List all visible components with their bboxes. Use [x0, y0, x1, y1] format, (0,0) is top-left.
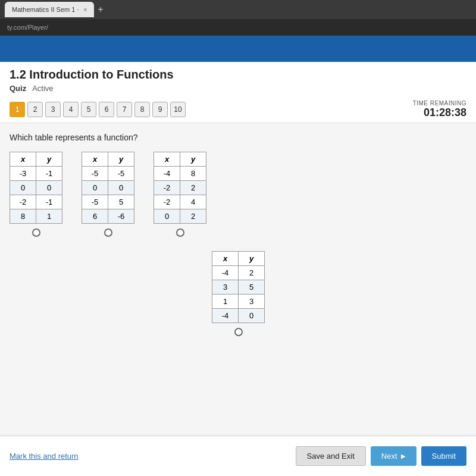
table-row: -22: [154, 181, 206, 195]
mark-return-link[interactable]: Mark this and return: [10, 452, 79, 461]
table-row: 35: [212, 280, 265, 295]
bottom-buttons: Save and Exit Next Submit: [296, 446, 466, 466]
table-cell: 0: [82, 181, 108, 195]
table-cell: 2: [239, 266, 265, 280]
table-radio-4[interactable]: [234, 328, 243, 336]
table-row: -55: [82, 195, 134, 209]
data-table-2: xy-5-500-556-6: [82, 152, 134, 224]
table-cell: 2: [180, 209, 206, 224]
question-num-7[interactable]: 7: [117, 102, 132, 117]
table-header: y: [239, 252, 265, 266]
table-cell: -5: [108, 167, 134, 181]
content-area: Which table represents a function? xy-3-…: [0, 123, 476, 437]
table-row: 00: [82, 181, 134, 195]
data-table-4: xy-423513-40: [212, 251, 265, 323]
table-cell: -2: [154, 195, 180, 209]
table-radio-3[interactable]: [176, 228, 184, 237]
table-header: x: [10, 152, 36, 167]
table-cell: -4: [154, 167, 180, 181]
table-cell: -1: [36, 195, 62, 209]
question-numbers: 12345678910: [10, 102, 186, 117]
table-row: -42: [212, 266, 265, 280]
data-table-3: xy-48-22-2402: [154, 152, 206, 224]
brand-band: [0, 36, 476, 62]
table-radio-2[interactable]: [104, 228, 112, 237]
table-cell: 5: [239, 280, 265, 295]
table-row: -48: [154, 167, 206, 181]
table-header: y: [108, 152, 134, 167]
table-cell: 1: [36, 209, 62, 224]
tables-row-1: xy-3-100-2-181xy-5-500-556-6xy-48-22-240…: [10, 152, 206, 237]
table-cell: 0: [239, 309, 265, 323]
table-option-3: xy-48-22-2402: [154, 152, 206, 237]
address-text: ty.com/Player/: [7, 24, 48, 31]
table-row: 81: [10, 209, 62, 224]
browser-tab[interactable]: Mathematics II Sem 1 · ×: [5, 2, 94, 17]
table-cell: 8: [10, 209, 36, 224]
table-row: 13: [212, 295, 265, 309]
table-cell: 1: [212, 295, 239, 309]
table-cell: -6: [108, 209, 134, 224]
table-cell: -4: [212, 309, 239, 323]
table-row: 02: [154, 209, 206, 224]
table-cell: 6: [82, 209, 108, 224]
question-nav-bar: 12345678910 TIME REMAINING 01:28:38: [0, 96, 476, 123]
table-cell: -2: [154, 181, 180, 195]
question-text: Which table represents a function?: [10, 133, 466, 142]
question-num-9[interactable]: 9: [152, 102, 168, 117]
table-option-4: xy-423513-40: [212, 251, 265, 336]
table-row: -5-5: [82, 167, 134, 181]
table-cell: -3: [10, 167, 36, 181]
table-cell: 0: [154, 209, 180, 224]
tables-row-2: xy-423513-40: [212, 251, 265, 336]
table-row: -40: [212, 309, 265, 323]
table-cell: 0: [108, 181, 134, 195]
question-num-3[interactable]: 3: [45, 102, 61, 117]
table-cell: -5: [82, 195, 108, 209]
table-radio-1[interactable]: [32, 228, 40, 237]
time-remaining-label: TIME REMAINING: [413, 100, 466, 107]
time-remaining-value: 01:28:38: [413, 107, 466, 119]
bottom-bar: Mark this and return Save and Exit Next …: [0, 436, 476, 476]
question-num-1[interactable]: 1: [10, 102, 25, 117]
table-cell: 2: [180, 181, 206, 195]
page-header: 1.2 Introduction to Functions Quiz Activ…: [0, 62, 476, 96]
next-button[interactable]: Next: [371, 446, 416, 466]
table-row: -24: [154, 195, 206, 209]
question-num-10[interactable]: 10: [170, 102, 186, 117]
table-row: 6-6: [82, 209, 134, 224]
tab-title: Mathematics II Sem 1 ·: [12, 6, 79, 13]
table-option-1: xy-3-100-2-181: [10, 152, 62, 237]
table-row: 00: [10, 181, 62, 195]
quiz-label: Quiz: [10, 84, 26, 93]
table-row: -3-1: [10, 167, 62, 181]
question-num-8[interactable]: 8: [134, 102, 150, 117]
table-header: x: [82, 152, 108, 167]
table-cell: -5: [82, 167, 108, 181]
new-tab-button[interactable]: +: [98, 4, 103, 15]
question-num-5[interactable]: 5: [81, 102, 96, 117]
table-cell: 0: [10, 181, 36, 195]
submit-button[interactable]: Submit: [421, 446, 466, 466]
quiz-status: Active: [32, 84, 53, 93]
table-header: y: [36, 152, 62, 167]
table-row: -2-1: [10, 195, 62, 209]
table-cell: 5: [108, 195, 134, 209]
browser-chrome: Mathematics II Sem 1 · × +: [0, 0, 476, 19]
table-cell: 4: [180, 195, 206, 209]
time-remaining-display: TIME REMAINING 01:28:38: [413, 100, 466, 119]
table-cell: -1: [36, 167, 62, 181]
data-table-1: xy-3-100-2-181: [10, 152, 62, 224]
table-cell: -4: [212, 266, 239, 280]
page-title: 1.2 Introduction to Functions: [10, 68, 466, 82]
question-num-4[interactable]: 4: [63, 102, 79, 117]
address-bar: ty.com/Player/: [0, 19, 476, 36]
question-num-2[interactable]: 2: [27, 102, 43, 117]
question-num-6[interactable]: 6: [99, 102, 114, 117]
save-exit-button[interactable]: Save and Exit: [296, 446, 366, 466]
table-cell: 3: [212, 280, 239, 295]
tab-close-icon[interactable]: ×: [83, 7, 87, 13]
table-cell: 0: [36, 181, 62, 195]
quiz-info: Quiz Active: [10, 84, 466, 93]
table-option-2: xy-5-500-556-6: [82, 152, 134, 237]
